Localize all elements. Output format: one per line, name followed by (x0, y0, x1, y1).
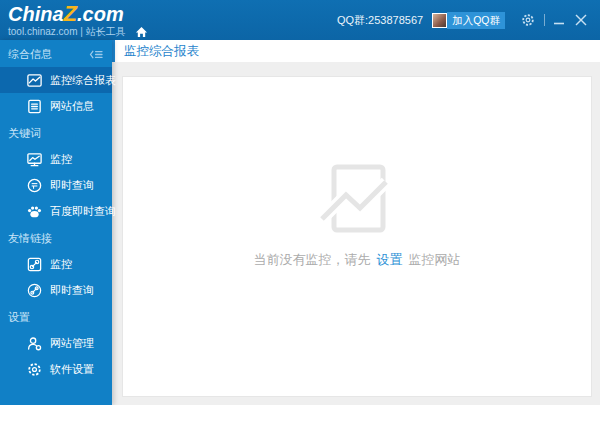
join-qq-group-button[interactable]: 加入QQ群 (432, 12, 505, 29)
sidebar-item-software-settings[interactable]: 软件设置 (0, 356, 112, 382)
close-icon[interactable] (574, 13, 588, 27)
word-query-icon (26, 177, 43, 194)
content-body: 当前没有监控，请先设置监控网站 (112, 62, 600, 405)
section-label: 关键词 (8, 126, 41, 141)
link-query-icon (26, 282, 43, 299)
titlebar-divider (544, 14, 545, 26)
gear-icon[interactable] (520, 12, 536, 28)
sidebar-item-site-info[interactable]: 网站信息 (0, 93, 112, 119)
sidebar-section-settings: 设置 (0, 303, 112, 330)
brand: ChinaZ.com tool.chinaz.com | 站长工具 (0, 0, 148, 40)
sidebar-item-keyword-query[interactable]: 即时查询 (0, 172, 112, 198)
sidebar-item-link-query[interactable]: 即时查询 (0, 277, 112, 303)
empty-state-message: 当前没有监控，请先设置监控网站 (123, 251, 591, 269)
section-label: 设置 (8, 310, 30, 325)
sidebar-item-label: 软件设置 (50, 362, 94, 377)
home-icon[interactable] (135, 26, 148, 38)
section-label: 友情链接 (8, 231, 52, 246)
empty-chart-icon (123, 163, 591, 241)
sidebar-section-keywords: 关键词 (0, 119, 112, 146)
baidu-paw-icon (26, 203, 43, 220)
sidebar-item-label: 监控 (50, 257, 72, 272)
setup-link[interactable]: 设置 (377, 252, 403, 267)
collapse-menu-icon[interactable] (89, 49, 104, 60)
brand-subtitle: tool.chinaz.com | 站长工具 (8, 25, 126, 39)
chart-report-icon (26, 72, 43, 89)
app-logo: ChinaZ.com (8, 3, 148, 25)
titlebar: ChinaZ.com tool.chinaz.com | 站长工具 QQ群:25… (0, 0, 600, 40)
sidebar-item-label: 监控 (50, 152, 72, 167)
qq-group-number: QQ群:253878567 (337, 13, 423, 28)
sidebar-item-label: 网站信息 (50, 99, 94, 114)
logo-com: .com (77, 3, 124, 25)
sidebar-item-label: 百度即时查询 (50, 204, 116, 219)
sidebar-item-monitor-report[interactable]: 监控综合报表 (0, 67, 112, 93)
keyword-monitor-icon (26, 151, 43, 168)
sidebar-section-general: 综合信息 (0, 40, 112, 67)
sidebar-item-label: 即时查询 (50, 178, 94, 193)
sidebar-item-label: 监控综合报表 (50, 73, 116, 88)
site-manage-user-icon (26, 335, 43, 352)
qq-group-avatar (432, 13, 447, 28)
sidebar-item-link-monitor[interactable]: 监控 (0, 251, 112, 277)
sidebar-item-site-manage[interactable]: 网站管理 (0, 330, 112, 356)
report-panel: 当前没有监控，请先设置监控网站 (122, 76, 592, 397)
sidebar-item-keyword-monitor[interactable]: 监控 (0, 146, 112, 172)
section-label: 综合信息 (8, 47, 52, 62)
link-monitor-icon (26, 256, 43, 273)
sidebar: 综合信息 监控综合报表 网站信息 关键词 (0, 40, 112, 405)
main-content: 监控综合报表 当前没有监控，请先设置监控网站 (112, 40, 600, 405)
sidebar-item-label: 即时查询 (50, 283, 94, 298)
site-info-icon (26, 98, 43, 115)
sidebar-item-baidu-query[interactable]: 百度即时查询 (0, 198, 112, 224)
join-qq-group-label: 加入QQ群 (447, 12, 505, 29)
page-header: 监控综合报表 (112, 40, 600, 62)
logo-z: Z (64, 1, 77, 26)
sidebar-section-friend-links: 友情链接 (0, 224, 112, 251)
app-window: ChinaZ.com tool.chinaz.com | 站长工具 QQ群:25… (0, 0, 600, 405)
logo-china: China (8, 3, 64, 25)
sidebar-item-label: 网站管理 (50, 336, 94, 351)
minimize-icon[interactable] (553, 14, 566, 27)
empty-text-after: 监控网站 (409, 252, 461, 267)
page-title: 监控综合报表 (115, 43, 199, 60)
empty-text-before: 当前没有监控，请先 (254, 252, 371, 267)
software-gear-icon (26, 361, 43, 378)
